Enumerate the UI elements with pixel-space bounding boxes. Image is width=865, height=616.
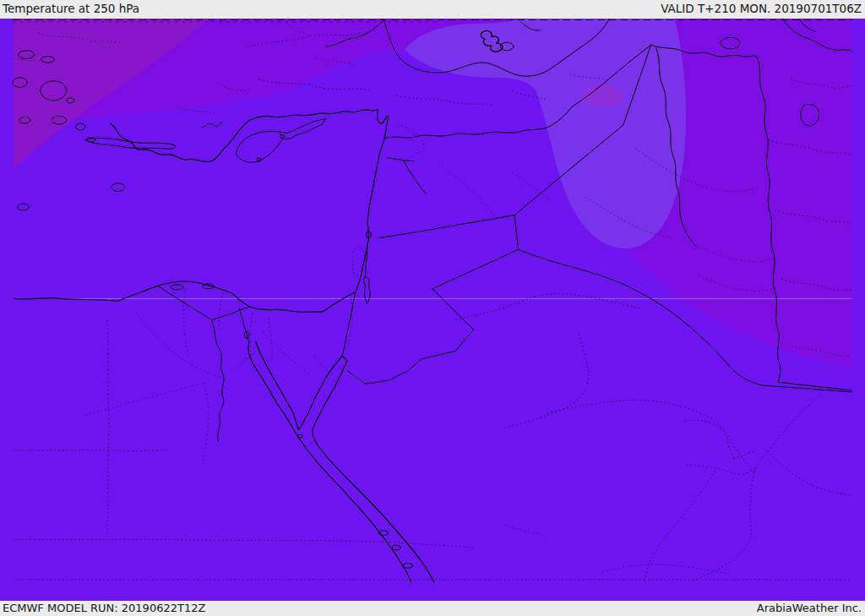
- temperature-shading: [14, 19, 851, 583]
- footer-bar: ECMWF MODEL RUN: 20190622T12Z ArabiaWeat…: [0, 601, 865, 616]
- model-run-label: ECMWF MODEL RUN: 20190622T12Z: [3, 602, 205, 614]
- valid-time-label: VALID T+210 MON. 20190701T06Z: [661, 2, 862, 15]
- header-bar: Temperature at 250 hPa VALID T+210 MON. …: [0, 0, 865, 19]
- map-area: [0, 19, 865, 601]
- map-title: Temperature at 250 hPa: [3, 2, 139, 15]
- temp-region-magenta-spot: [583, 84, 623, 107]
- attribution-label: ArabiaWeather Inc.: [757, 602, 862, 614]
- weather-map-window: Temperature at 250 hPa VALID T+210 MON. …: [0, 0, 865, 616]
- weather-map-canvas: [0, 19, 865, 601]
